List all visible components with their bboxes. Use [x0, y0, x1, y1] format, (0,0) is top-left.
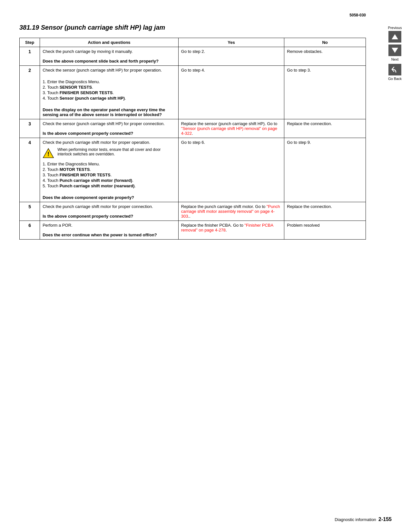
- svg-marker-0: [392, 34, 398, 39]
- no-text: Remove obstacles.: [287, 49, 323, 54]
- no-cell: Replace the connection.: [284, 119, 366, 138]
- svg-marker-1: [392, 48, 398, 53]
- action-cell: Check the punch carriage by moving it ma…: [40, 47, 179, 66]
- action-text: Check the punch carriage shift motor for…: [43, 204, 176, 209]
- yes-text: Go to step 4.: [181, 68, 205, 73]
- page-title: 381.19 Sensor (punch carriage shift HP) …: [19, 24, 392, 31]
- list-item: 5. Touch Punch carriage shift motor (rea…: [43, 183, 176, 188]
- yes-cell: Go to step 6.: [178, 138, 284, 202]
- no-text: Go to step 9.: [287, 140, 311, 145]
- action-question: Does the display on the operator panel c…: [43, 107, 176, 117]
- action-question: Does the above component operate properl…: [43, 195, 176, 200]
- step-number: 5: [20, 202, 40, 221]
- list-item: 3. Touch FINISHER MOTOR TESTS.: [43, 172, 176, 177]
- navigation-sidebar: Previous Next Go Back: [385, 26, 405, 81]
- yes-cell: Go to step 4.: [178, 66, 284, 119]
- action-question: Is the above component properly connecte…: [43, 131, 176, 136]
- yes-link[interactable]: "Punch carriage shift motor assembly rem…: [181, 204, 280, 219]
- list-item: 3. Touch FINISHER SENSOR TESTS.: [43, 90, 176, 95]
- previous-button[interactable]: [388, 31, 401, 43]
- yes-text: Go to step 2.: [181, 49, 205, 54]
- no-text: Problem resolved: [287, 223, 319, 228]
- action-cell: Perform a POR. Does the error continue w…: [40, 221, 179, 240]
- no-cell: Go to step 9.: [284, 138, 366, 202]
- yes-link[interactable]: "Finisher PCBA removal" on page 4-278: [181, 223, 273, 232]
- table-row: 6 Perform a POR. Does the error continue…: [20, 221, 366, 240]
- action-cell: Check the sensor (punch carriage shift H…: [40, 119, 179, 138]
- step-number: 4: [20, 138, 40, 202]
- table-row: 2 Check the sensor (punch carriage shift…: [20, 66, 366, 119]
- next-button[interactable]: [388, 44, 401, 56]
- action-cell: Check the punch carriage shift motor for…: [40, 138, 179, 202]
- action-list: 1. Enter the Diagnostics Menu. 2. Touch …: [43, 79, 176, 101]
- no-text: Replace the connection.: [287, 204, 332, 209]
- action-text: Check the sensor (punch carriage shift H…: [43, 121, 176, 126]
- no-text: Replace the connection.: [287, 121, 332, 126]
- action-text: Check the punch carriage by moving it ma…: [43, 49, 176, 54]
- list-item: 4. Touch Punch carriage shift motor (for…: [43, 178, 176, 183]
- document-number: 5058-030: [19, 13, 366, 17]
- step-number: 6: [20, 221, 40, 240]
- action-text: Check the punch carriage shift motor for…: [43, 140, 176, 145]
- action-cell: Check the sensor (punch carriage shift H…: [40, 66, 179, 119]
- action-list: 1. Enter the Diagnostics Menu. 2. Touch …: [43, 162, 176, 188]
- go-back-button[interactable]: [388, 64, 401, 75]
- footer-page: 2-155: [378, 517, 392, 522]
- step-number: 2: [20, 66, 40, 119]
- list-item: 1. Enter the Diagnostics Menu.: [43, 79, 176, 84]
- warning-text: When performing motor tests, ensure that…: [57, 147, 176, 156]
- no-cell: Go to step 3.: [284, 66, 366, 119]
- yes-cell: Replace the finisher PCBA. Go to "Finish…: [178, 221, 284, 240]
- previous-label: Previous: [388, 26, 402, 30]
- header-yes: Yes: [178, 38, 284, 47]
- diagnostic-table: Step Action and questions Yes No 1 Check…: [19, 38, 366, 240]
- table-row: 1 Check the punch carriage by moving it …: [20, 47, 366, 66]
- list-item: 2. Touch SENSOR TESTS.: [43, 85, 176, 90]
- action-text: Check the sensor (punch carriage shift H…: [43, 68, 176, 73]
- step-number: 1: [20, 47, 40, 66]
- list-item: 2. Touch MOTOR TESTS.: [43, 167, 176, 172]
- next-label: Next: [391, 57, 399, 61]
- list-item: 4. Touch Sensor (punch carriage shift HP…: [43, 96, 176, 101]
- yes-text: Replace the punch carriage shift motor. …: [181, 204, 280, 219]
- table-row: 5 Check the punch carriage shift motor f…: [20, 202, 366, 221]
- no-cell: Replace the connection.: [284, 202, 366, 221]
- yes-cell: Replace the sensor (punch carriage shift…: [178, 119, 284, 138]
- action-question: Does the above component slide back and …: [43, 59, 176, 64]
- step-number: 3: [20, 119, 40, 138]
- go-back-label: Go Back: [388, 77, 402, 81]
- list-item: 1. Enter the Diagnostics Menu.: [43, 162, 176, 166]
- header-step: Step: [20, 38, 40, 47]
- no-cell: Remove obstacles.: [284, 47, 366, 66]
- table-row: 4 Check the punch carriage shift motor f…: [20, 138, 366, 202]
- action-text: Perform a POR.: [43, 223, 176, 228]
- action-question: Does the error continue when the power i…: [43, 232, 176, 237]
- warning-icon: !: [43, 147, 54, 159]
- footer: Diagnostic information 2-155: [335, 517, 392, 522]
- table-row: 3 Check the sensor (punch carriage shift…: [20, 119, 366, 138]
- header-action: Action and questions: [40, 38, 179, 47]
- header-no: No: [284, 38, 366, 47]
- action-question: Is the above component properly connecte…: [43, 214, 176, 219]
- yes-cell: Go to step 2.: [178, 47, 284, 66]
- no-cell: Problem resolved: [284, 221, 366, 240]
- warning-box: ! When performing motor tests, ensure th…: [43, 147, 176, 159]
- svg-text:!: !: [47, 151, 49, 157]
- no-text: Go to step 3.: [287, 68, 311, 73]
- yes-text: Go to step 6.: [181, 140, 205, 145]
- footer-text: Diagnostic information: [335, 517, 376, 522]
- yes-text: Replace the finisher PCBA. Go to "Finish…: [181, 223, 273, 232]
- yes-cell: Replace the punch carriage shift motor. …: [178, 202, 284, 221]
- yes-text: Replace the sensor (punch carriage shift…: [181, 121, 277, 136]
- action-cell: Check the punch carriage shift motor for…: [40, 202, 179, 221]
- yes-link[interactable]: "Sensor (punch carriage shift HP) remova…: [181, 126, 277, 136]
